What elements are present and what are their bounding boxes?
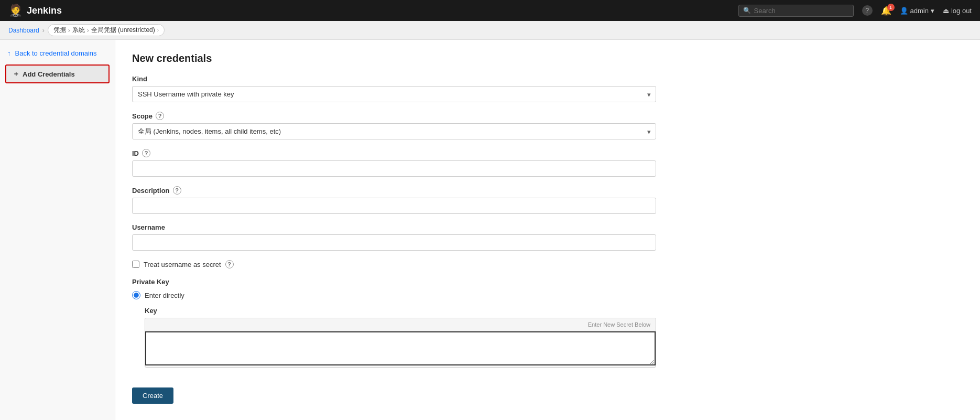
key-section: Key Enter New Secret Below — [132, 307, 656, 368]
user-menu[interactable]: 👤 admin ▾ — [900, 7, 934, 15]
scope-select[interactable]: 全局 (Jenkins, nodes, items, all child ite… — [132, 123, 656, 139]
top-nav: 🤵 Jenkins 🔍 ? 🔔 1 👤 admin ▾ ⏏ log out — [0, 0, 980, 21]
treat-username-label: Treat username as secret — [144, 261, 221, 268]
page-title: New credentials — [132, 52, 963, 64]
enter-directly-row: Enter directly — [132, 291, 656, 299]
description-group: Description ? — [132, 186, 656, 214]
sidebar: ↑ Back to credential domains ＋ Add Crede… — [0, 40, 115, 420]
breadcrumb-dashboard[interactable]: Dashboard — [8, 27, 39, 34]
search-box[interactable]: 🔍 — [738, 5, 854, 17]
id-help-icon[interactable]: ? — [142, 149, 150, 157]
description-label: Description ? — [132, 186, 656, 195]
treat-username-checkbox[interactable] — [132, 261, 139, 268]
kind-group: Kind SSH Username with private keyUserna… — [132, 75, 656, 102]
main-layout: ↑ Back to credential domains ＋ Add Crede… — [0, 40, 980, 420]
sidebar-back-label: Back to credential domains — [15, 49, 97, 57]
enter-directly-radio[interactable] — [132, 291, 140, 299]
user-chevron-icon: ▾ — [931, 7, 934, 15]
username-group: Username — [132, 223, 656, 251]
breadcrumb-item3: 全局凭据 (unrestricted) — [91, 26, 155, 35]
search-icon: 🔍 — [743, 7, 751, 14]
add-credentials-label: Add Credentials — [23, 70, 75, 78]
plus-icon: ＋ — [13, 69, 19, 79]
nav-right: 🔍 ? 🔔 1 👤 admin ▾ ⏏ log out — [738, 5, 972, 17]
search-input[interactable] — [754, 7, 849, 15]
breadcrumb-chevron-icon: › — [157, 27, 159, 33]
scope-label: Scope ? — [132, 112, 656, 120]
username-input[interactable] — [132, 234, 656, 251]
nav-left: 🤵 Jenkins — [8, 4, 62, 17]
logout-button[interactable]: ⏏ log out — [943, 7, 972, 15]
private-key-label: Private Key — [132, 278, 656, 286]
description-input[interactable] — [132, 198, 656, 214]
scope-select-wrapper: 全局 (Jenkins, nodes, items, all child ite… — [132, 123, 656, 139]
id-label: ID ? — [132, 149, 656, 157]
user-icon: 👤 — [900, 7, 908, 15]
scope-group: Scope ? 全局 (Jenkins, nodes, items, all c… — [132, 112, 656, 139]
key-label: Key — [145, 307, 656, 315]
credentials-form: Kind SSH Username with private keyUserna… — [132, 75, 656, 404]
breadcrumb-item1: 凭据 — [53, 26, 66, 35]
kind-select-wrapper: SSH Username with private keyUsername wi… — [132, 86, 656, 102]
kind-label: Kind — [132, 75, 656, 83]
id-group: ID ? — [132, 149, 656, 177]
logout-icon: ⏏ — [943, 7, 949, 15]
jenkins-logo: 🤵 Jenkins — [8, 4, 62, 17]
kind-select[interactable]: SSH Username with private keyUsername wi… — [132, 86, 656, 102]
jenkins-title: Jenkins — [27, 5, 62, 16]
breadcrumb-item2: 系统 — [72, 26, 85, 35]
main-content: New credentials Kind SSH Username with p… — [115, 40, 980, 420]
treat-username-row: Treat username as secret ? — [132, 260, 656, 268]
key-area: Enter New Secret Below — [145, 318, 656, 368]
breadcrumb-pill[interactable]: 凭据 › 系统 › 全局凭据 (unrestricted) › — [48, 24, 165, 36]
sidebar-back-link[interactable]: ↑ Back to credential domains — [0, 45, 115, 61]
help-icon[interactable]: ? — [862, 5, 873, 16]
key-area-hint: Enter New Secret Below — [145, 318, 656, 331]
key-textarea[interactable] — [145, 331, 656, 365]
logout-label: log out — [951, 7, 972, 15]
user-label: admin — [910, 7, 929, 15]
back-icon: ↑ — [7, 49, 11, 57]
scope-help-icon[interactable]: ? — [156, 112, 164, 120]
description-help-icon[interactable]: ? — [173, 186, 181, 195]
enter-directly-label: Enter directly — [145, 292, 184, 299]
jenkins-icon: 🤵 — [8, 4, 23, 17]
treat-username-help-icon[interactable]: ? — [225, 260, 234, 268]
breadcrumb: Dashboard › 凭据 › 系统 › 全局凭据 (unrestricted… — [0, 21, 980, 40]
notification-bell[interactable]: 🔔 1 — [881, 6, 891, 16]
breadcrumb-sep-1: › — [42, 27, 45, 34]
id-input[interactable] — [132, 160, 656, 177]
username-label: Username — [132, 223, 656, 231]
add-credentials-button[interactable]: ＋ Add Credentials — [5, 64, 110, 83]
private-key-group: Private Key Enter directly Key Enter New… — [132, 278, 656, 368]
notification-badge: 1 — [887, 4, 895, 11]
create-button[interactable]: Create — [132, 387, 173, 404]
